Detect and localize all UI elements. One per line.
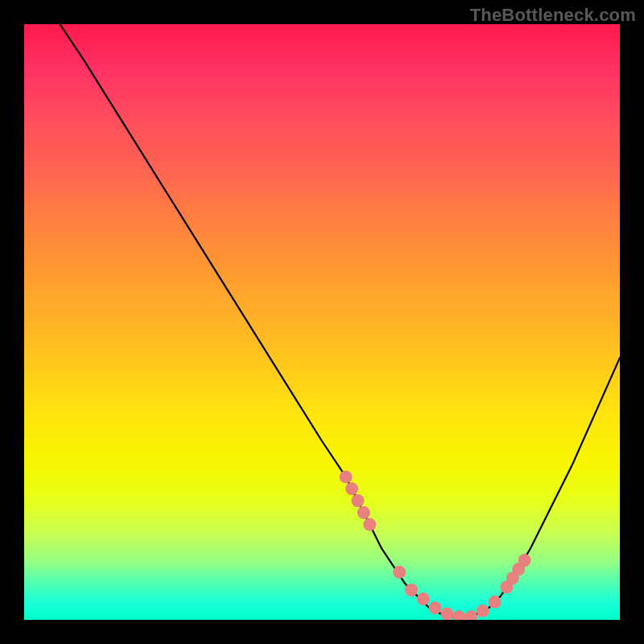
watermark-text: TheBottleneck.com (470, 5, 636, 26)
sweet-spot-marker (452, 610, 465, 620)
curve-svg (24, 24, 620, 620)
sweet-spot-marker (345, 482, 358, 495)
sweet-spot-marker (393, 566, 406, 579)
sweet-spot-marker (489, 596, 502, 609)
sweet-spot-marker (351, 494, 364, 507)
chart-frame: TheBottleneck.com (0, 0, 644, 644)
sweet-spot-marker (464, 610, 477, 620)
sweet-spot-marker (477, 605, 489, 617)
sweet-spot-marker (440, 608, 453, 620)
sweet-spot-marker (506, 572, 519, 584)
bottleneck-curve (60, 24, 620, 617)
sweet-spot-marker (363, 518, 376, 531)
sweet-spot-marker (500, 580, 513, 593)
sweet-spot-marker (518, 554, 531, 567)
sweet-spot-marker (512, 563, 525, 576)
marker-group (340, 470, 531, 620)
sweet-spot-marker (340, 470, 353, 483)
plot-area (24, 24, 620, 620)
sweet-spot-marker (357, 506, 370, 519)
sweet-spot-marker (405, 584, 418, 597)
sweet-spot-marker (417, 592, 430, 605)
sweet-spot-marker (429, 601, 442, 614)
